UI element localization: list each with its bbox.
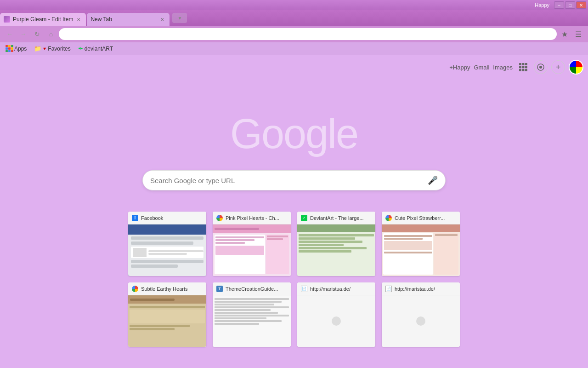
- deviantart-label: deviantART: [85, 46, 113, 52]
- thumb-header-da: ✓ DeviantArt - The large...: [297, 212, 375, 224]
- apps-label: Apps: [14, 46, 27, 52]
- thumb-title-pink: Pink Pixel Hearts - Ch...: [226, 215, 287, 221]
- mar2-placeholder: [416, 316, 425, 326]
- svg-rect-3: [519, 66, 521, 69]
- favicon-mar1: 📄: [301, 286, 307, 292]
- favicon-facebook: f: [132, 215, 138, 221]
- tab-purple-gleam[interactable]: Purple Gleam - Edit Item ✕: [0, 13, 86, 26]
- favorites-label: Favorites: [48, 46, 70, 52]
- thumb-title-earthy: Subtle Earthy Hearts: [141, 286, 203, 292]
- main-content: +Happy Gmail Images: [0, 55, 588, 368]
- thumb-preview-mar2: [382, 295, 460, 347]
- google-topbar: +Happy Gmail Images: [449, 60, 583, 75]
- thumbnail-maristua-1[interactable]: 📄 http://maristua.de/: [297, 282, 375, 347]
- tabbar: Purple Gleam - Edit Item ✕ New Tab ✕ ▼: [0, 10, 588, 26]
- avatar-button[interactable]: [569, 60, 583, 75]
- thumb-title-cute: Cute Pixel Strawberr...: [395, 215, 456, 221]
- search-box[interactable]: 🎤: [142, 170, 446, 190]
- maximize-button[interactable]: □: [565, 1, 575, 9]
- close-button[interactable]: ✕: [576, 1, 586, 9]
- thumb-header-pink: Pink Pixel Hearts - Ch...: [213, 212, 291, 224]
- tab-favicon-1: [4, 16, 10, 23]
- thumbnail-theme-guide[interactable]: T ThemeCreationGuide...: [213, 282, 291, 347]
- images-link[interactable]: Images: [493, 64, 513, 71]
- bookmarks-bar: Apps 📁 ♥ Favorites ✒ deviantART: [0, 42, 588, 55]
- favicon-theme: T: [216, 286, 223, 292]
- microphone-icon[interactable]: 🎤: [428, 175, 438, 185]
- search-input[interactable]: [150, 177, 428, 184]
- tab-close-1[interactable]: ✕: [75, 16, 82, 23]
- menu-button[interactable]: ☰: [572, 28, 584, 40]
- google-apps-button[interactable]: [516, 60, 530, 74]
- thumb-preview-cute: [382, 224, 460, 276]
- svg-rect-5: [525, 66, 527, 69]
- home-button[interactable]: ⌂: [45, 28, 57, 40]
- thumb-title-da: DeviantArt - The large...: [310, 215, 372, 221]
- reload-button[interactable]: ↻: [31, 28, 43, 40]
- thumb-title-mar1: http://maristua.de/: [310, 286, 372, 292]
- back-button[interactable]: ←: [4, 28, 16, 40]
- tab-close-2[interactable]: ✕: [158, 16, 166, 23]
- thumb-preview-facebook: [128, 224, 206, 276]
- favorites-heart-icon: ♥: [43, 46, 46, 51]
- thumb-preview-earthy: [128, 295, 206, 347]
- thumb-preview-theme: [213, 295, 291, 347]
- svg-rect-0: [519, 63, 521, 65]
- titlebar-label: Happy: [535, 2, 549, 8]
- folder-icon: 📁: [34, 45, 41, 52]
- gmail-link[interactable]: Gmail: [474, 64, 489, 71]
- favicon-pink: [216, 215, 223, 221]
- apps-icon: [6, 45, 12, 52]
- forward-button[interactable]: →: [17, 28, 29, 40]
- bookmark-favorites[interactable]: 📁 ♥ Favorites: [32, 44, 72, 53]
- deviantart-icon: ✒: [78, 46, 83, 52]
- thumbnail-facebook[interactable]: f Facebook: [128, 212, 206, 276]
- svg-point-10: [539, 66, 542, 69]
- thumb-header-mar1: 📄 http://maristua.de/: [297, 282, 375, 295]
- bookmark-apps[interactable]: Apps: [4, 44, 28, 53]
- thumb-title-mar2: http://maristau.de/: [395, 286, 456, 292]
- tab-title-2: New Tab: [90, 16, 157, 23]
- bookmark-deviantart[interactable]: ✒ deviantART: [76, 45, 115, 53]
- svg-rect-7: [522, 69, 525, 71]
- svg-rect-4: [522, 66, 525, 69]
- thumb-title-facebook: Facebook: [141, 215, 203, 221]
- thumbnails-grid: f Facebook: [128, 212, 460, 347]
- address-bar[interactable]: [59, 28, 557, 40]
- thumb-preview-pink: [213, 224, 291, 276]
- tab-new-tab[interactable]: New Tab ✕: [87, 13, 170, 26]
- google-logo: Google: [230, 110, 358, 158]
- bookmark-star-button[interactable]: ★: [559, 28, 571, 40]
- svg-rect-8: [525, 69, 527, 71]
- share-button[interactable]: +: [551, 60, 565, 74]
- thumb-preview-mar1: [297, 295, 375, 347]
- thumbnail-pink-hearts[interactable]: Pink Pixel Hearts - Ch...: [213, 212, 291, 276]
- thumb-header-cute: Cute Pixel Strawberr...: [382, 212, 460, 224]
- thumb-header-facebook: f Facebook: [128, 212, 206, 224]
- thumb-title-theme: ThemeCreationGuide...: [226, 286, 287, 292]
- thumbnail-cute-pixel[interactable]: Cute Pixel Strawberr...: [382, 212, 460, 276]
- thumbnail-earthy-hearts[interactable]: Subtle Earthy Hearts: [128, 282, 206, 347]
- search-container: 🎤: [142, 170, 446, 190]
- thumbnail-deviantart[interactable]: ✓ DeviantArt - The large...: [297, 212, 375, 276]
- favicon-da: ✓: [301, 215, 307, 221]
- collapsed-tab[interactable]: ▼: [172, 13, 187, 23]
- mar1-placeholder: [332, 316, 341, 326]
- notifications-button[interactable]: [534, 60, 548, 74]
- navbar: ← → ↻ ⌂ ★ ☰: [0, 26, 588, 42]
- svg-rect-6: [519, 69, 521, 71]
- minimize-button[interactable]: –: [554, 1, 564, 9]
- thumb-header-theme: T ThemeCreationGuide...: [213, 282, 291, 295]
- titlebar: Happy – □ ✕: [0, 0, 588, 10]
- favicon-mar2: 📄: [385, 286, 392, 292]
- google-plus-link[interactable]: +Happy: [449, 64, 470, 71]
- thumb-header-earthy: Subtle Earthy Hearts: [128, 282, 206, 295]
- svg-rect-1: [522, 63, 525, 65]
- address-input[interactable]: [63, 31, 552, 38]
- thumb-header-mar2: 📄 http://maristau.de/: [382, 282, 460, 295]
- thumb-preview-da: [297, 224, 375, 276]
- svg-rect-2: [525, 63, 527, 65]
- favicon-earthy: [132, 286, 138, 292]
- thumbnail-maristua-2[interactable]: 📄 http://maristau.de/: [382, 282, 460, 347]
- tab-title-1: Purple Gleam - Edit Item: [13, 16, 73, 23]
